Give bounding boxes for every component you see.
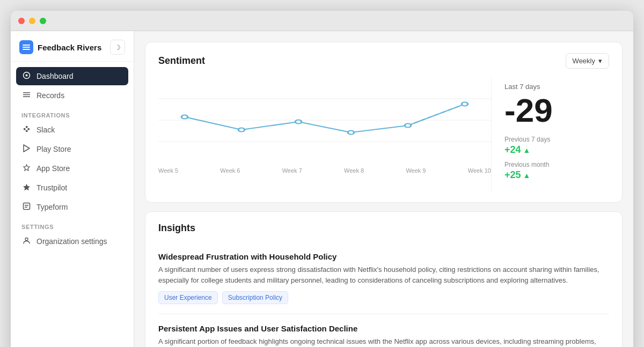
app-store-label: App Store (36, 164, 70, 173)
insight-item-0: Widespread Frustration with Household Po… (158, 242, 609, 314)
sentiment-card-header: Sentiment Weekly ▾ (158, 53, 609, 69)
svg-rect-5 (23, 92, 30, 93)
tag-0-0: User Experience (158, 291, 218, 304)
prev-month-label: Previous month (504, 161, 596, 168)
insights-title: Insights (158, 223, 195, 234)
play-store-label: Play Store (36, 145, 71, 153)
sentiment-chart-area: Week 5 Week 6 Week 7 Week 8 Week 9 Week … (158, 77, 609, 191)
org-settings-label: Organization settings (36, 237, 107, 246)
sentiment-title: Sentiment (158, 55, 205, 67)
sidebar-nav: Dashboard Records INTEGRATIONS (11, 62, 134, 347)
insight-body-0: A significant number of users express st… (158, 264, 609, 286)
sentiment-card: Sentiment Weekly ▾ (145, 42, 623, 203)
insight-body-1: A significant portion of feedback highli… (158, 336, 609, 347)
period-dropdown-label: Weekly (573, 57, 595, 65)
svg-line-21 (408, 104, 465, 125)
insight-title-0: Widespread Frustration with Household Po… (158, 252, 609, 261)
svg-point-23 (238, 128, 244, 132)
insights-card: Insights Widespread Frustration with Hou… (145, 211, 623, 347)
tag-0-1: Subscription Policy (222, 291, 288, 304)
sidebar-item-slack[interactable]: Slack (16, 121, 128, 139)
sentiment-chart-svg (158, 77, 491, 163)
sentiment-stats: Last 7 days -29 Previous 7 days +24 ▲ Pr… (491, 77, 609, 191)
settings-label: SETTINGS (16, 217, 128, 232)
svg-rect-11 (26, 126, 28, 128)
typeform-label: Typeform (36, 203, 68, 211)
prev-period-label: Previous 7 days (504, 136, 596, 143)
play-store-icon (21, 144, 31, 154)
sidebar-item-org-settings[interactable]: Organization settings (16, 232, 128, 250)
sidebar-item-records[interactable]: Records (16, 86, 128, 105)
prev-month-arrow: ▲ (523, 171, 531, 180)
sidebar: Feedback Rivers ☽ Dashboard (11, 31, 134, 347)
svg-rect-8 (24, 128, 26, 130)
svg-point-22 (181, 115, 187, 119)
app-layout: Feedback Rivers ☽ Dashboard (11, 31, 633, 347)
sidebar-header: Feedback Rivers ☽ (11, 31, 134, 62)
sidebar-item-play-store[interactable]: Play Store (16, 140, 128, 158)
svg-point-24 (295, 120, 301, 124)
insight-tags-0: User Experience Subscription Policy (158, 291, 609, 304)
insight-title-1: Persistent App Issues and User Satisfact… (158, 324, 609, 333)
typeform-icon (21, 202, 31, 212)
chevron-down-icon: ▾ (598, 57, 602, 65)
svg-rect-9 (26, 130, 28, 132)
titlebar (11, 11, 633, 31)
big-number: -29 (504, 94, 596, 127)
svg-rect-1 (23, 47, 30, 48)
brand-icon (19, 40, 33, 54)
prev-month-stat: Previous month +25 ▲ (504, 161, 596, 181)
sidebar-item-app-store[interactable]: App Store (16, 159, 128, 178)
sidebar-item-dashboard[interactable]: Dashboard (16, 67, 128, 85)
svg-rect-2 (23, 49, 30, 50)
svg-rect-7 (23, 97, 30, 98)
svg-rect-6 (23, 94, 30, 95)
svg-rect-14 (23, 203, 30, 210)
sidebar-item-trustpilot[interactable]: Trustpilot (16, 179, 128, 197)
dashboard-icon (21, 71, 31, 81)
svg-marker-13 (23, 184, 30, 191)
slack-label: Slack (36, 125, 55, 134)
prev-month-value: +25 ▲ (504, 169, 596, 181)
svg-rect-15 (25, 205, 28, 206)
theme-toggle-button[interactable]: ☽ (110, 40, 125, 55)
chart-x-labels: Week 5 Week 6 Week 7 Week 8 Week 9 Week … (158, 165, 491, 174)
x-label-1: Week 6 (220, 167, 240, 174)
records-icon (21, 91, 31, 100)
svg-rect-16 (25, 207, 27, 208)
integrations-label: INTEGRATIONS (16, 106, 128, 121)
prev-period-arrow: ▲ (523, 146, 531, 154)
x-label-5: Week 10 (468, 167, 491, 174)
slack-icon (21, 125, 31, 135)
x-label-3: Week 8 (344, 167, 364, 174)
minimize-dot[interactable] (29, 18, 35, 24)
svg-point-25 (348, 131, 354, 135)
dashboard-label: Dashboard (36, 72, 74, 80)
insights-header: Insights (158, 223, 609, 234)
svg-rect-10 (27, 128, 30, 130)
app-window: Feedback Rivers ☽ Dashboard (11, 11, 633, 347)
records-label: Records (36, 91, 64, 100)
close-dot[interactable] (18, 18, 25, 24)
maximize-dot[interactable] (40, 18, 46, 24)
period-dropdown[interactable]: Weekly ▾ (566, 53, 609, 69)
svg-point-17 (25, 238, 28, 241)
brand: Feedback Rivers (19, 40, 101, 54)
x-label-0: Week 5 (158, 167, 178, 174)
theme-icon: ☽ (114, 43, 121, 51)
brand-name: Feedback Rivers (38, 43, 101, 52)
x-label-4: Week 9 (406, 167, 426, 174)
sidebar-item-typeform[interactable]: Typeform (16, 198, 128, 216)
svg-marker-12 (24, 145, 30, 152)
org-settings-icon (21, 237, 31, 246)
svg-point-4 (25, 75, 27, 77)
prev-period-value: +24 ▲ (504, 144, 596, 156)
app-store-icon (21, 164, 31, 173)
main-content: Sentiment Weekly ▾ (134, 31, 633, 347)
trustpilot-icon (21, 183, 31, 193)
prev-period-stat: Previous 7 days +24 ▲ (504, 136, 596, 156)
insight-item-1: Persistent App Issues and User Satisfact… (158, 314, 609, 347)
svg-point-27 (462, 102, 467, 106)
trustpilot-label: Trustpilot (36, 183, 67, 192)
chart-container: Week 5 Week 6 Week 7 Week 8 Week 9 Week … (158, 77, 491, 174)
